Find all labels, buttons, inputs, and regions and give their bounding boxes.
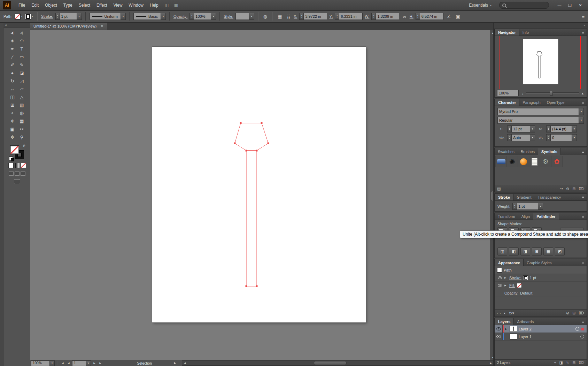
opacity-panel-link[interactable]: Opacity:	[173, 14, 187, 18]
weight-dropdown-icon[interactable]	[538, 203, 543, 210]
stroke-weight-field[interactable]: 1 pt	[55, 13, 82, 20]
document-tab[interactable]: Untitled-1* @ 100% (CMYK/Preview) ✕	[30, 22, 107, 30]
add-new-stroke-icon[interactable]: ▭	[497, 311, 501, 315]
expand-layer-2-icon[interactable]	[504, 328, 508, 330]
horizontal-scrollbar[interactable]	[182, 360, 494, 366]
zoom-tool[interactable]: ⚲	[17, 133, 26, 141]
draw-inside-button[interactable]	[21, 171, 25, 176]
paintbrush-tool[interactable]: ✐	[8, 61, 17, 69]
w-value[interactable]: 1.3209 in	[376, 13, 399, 20]
layer-2-visibility-toggle[interactable]	[495, 325, 503, 333]
layer-1-target-icon[interactable]	[580, 335, 584, 338]
menu-select[interactable]: Select	[76, 1, 93, 9]
graphic-style-select[interactable]	[235, 13, 254, 20]
clear-appearance-icon[interactable]: ⊘	[566, 311, 569, 315]
opacity-stepper[interactable]	[189, 13, 194, 20]
zoom-slider-track[interactable]	[526, 92, 579, 94]
rotate-tool[interactable]: ↻	[8, 77, 17, 85]
layers-panel-menu-icon[interactable]	[580, 318, 587, 325]
font-style-select[interactable]: Regular	[497, 117, 584, 124]
gradient-button[interactable]	[15, 163, 20, 168]
font-family-select[interactable]: Myriad Pro	[497, 108, 584, 115]
minus-back-button[interactable]: ◩	[555, 247, 565, 256]
zoom-level-select[interactable]: 100%	[31, 360, 55, 366]
default-fill-stroke-icon[interactable]	[9, 157, 13, 160]
leading-field[interactable]: (14.4 pt)	[546, 125, 577, 132]
toolbar-collapse-button[interactable]: «	[3, 22, 31, 28]
tab-character[interactable]: Character	[495, 99, 519, 106]
last-artboard-button[interactable]	[98, 362, 103, 365]
tab-graphic-styles[interactable]: Graphic Styles	[524, 259, 555, 266]
menu-type[interactable]: Type	[60, 1, 76, 9]
selection-tool[interactable]: ➤	[8, 29, 17, 37]
layer-2-name[interactable]: Layer 2	[519, 327, 532, 331]
arrange-documents-icon[interactable]: ▥	[174, 3, 178, 8]
weight-stepper[interactable]	[512, 203, 517, 210]
tab-appearance[interactable]: Appearance	[495, 259, 524, 266]
navigator-zoom-slider[interactable]	[522, 91, 584, 95]
tab-brushes[interactable]: Brushes	[518, 148, 538, 155]
stroke-panel-menu-icon[interactable]	[580, 194, 587, 200]
blend-tool[interactable]: ◍	[17, 109, 26, 117]
brush-dropdown-icon[interactable]	[161, 13, 165, 20]
navigator-preview[interactable]	[495, 36, 587, 89]
add-new-effect-icon[interactable]: fx▾	[509, 311, 514, 315]
draw-normal-button[interactable]	[9, 171, 14, 176]
swap-fill-stroke-icon[interactable]: ⇄	[22, 144, 26, 148]
next-artboard-button[interactable]	[92, 362, 97, 365]
h-value[interactable]: 6.5274 in	[420, 13, 443, 20]
pen-tool[interactable]: ✒	[8, 45, 17, 53]
kerning-field[interactable]: Auto	[507, 134, 535, 141]
blob-brush-tool[interactable]: ●	[8, 69, 17, 77]
shape-builder-tool[interactable]: ◫	[8, 93, 17, 101]
horizontal-scroll-track[interactable]	[187, 361, 488, 365]
flower-symbol[interactable]: ✿	[551, 156, 563, 167]
reference-point-icon[interactable]: ⣿	[287, 14, 290, 19]
stroke-weight-value[interactable]: 1 pt	[60, 13, 77, 20]
brush-definition-select[interactable]: Basic	[133, 13, 166, 20]
x-stepper[interactable]	[299, 13, 304, 20]
make-clipping-mask-icon[interactable]: ◨	[559, 360, 563, 365]
zoom-level-value[interactable]: 100%	[31, 360, 50, 366]
magic-wand-tool[interactable]: ✶	[8, 37, 17, 45]
constrain-proportions-icon[interactable]: ∞	[403, 14, 406, 19]
zoom-in-icon[interactable]	[581, 91, 584, 95]
crop-button[interactable]: ⊞	[532, 247, 542, 256]
divide-button[interactable]: ◫	[497, 247, 507, 256]
tab-paragraph[interactable]: Paragraph	[519, 99, 543, 106]
appearance-opacity-row[interactable]: Opacity: Default	[495, 289, 587, 297]
stroke-color-icon[interactable]	[523, 275, 528, 280]
font-size-value[interactable]: 12 pt	[512, 125, 530, 132]
tab-symbols[interactable]: Symbols	[538, 148, 561, 155]
lasso-tool[interactable]: ◠	[17, 37, 26, 45]
artboard-number-select[interactable]: 1	[72, 360, 91, 366]
kerning-stepper[interactable]	[507, 134, 512, 141]
align-options-icon[interactable]: ▦	[278, 14, 282, 19]
gradient-tool[interactable]: ▧	[17, 101, 26, 109]
orange-sphere-symbol[interactable]	[518, 156, 529, 167]
font-family-value[interactable]: Myriad Pro	[497, 108, 579, 115]
perspective-grid-tool[interactable]: △	[17, 93, 26, 101]
w-stepper[interactable]	[371, 13, 376, 20]
duplicate-item-icon[interactable]: ⊞	[572, 311, 575, 315]
isolate-object-icon[interactable]: ▣	[456, 14, 460, 19]
layer-1-name[interactable]: Layer 1	[519, 335, 532, 339]
workspace-switcher[interactable]: Essentials	[467, 2, 494, 9]
width-profile-dropdown-icon[interactable]	[121, 13, 125, 20]
place-symbol-icon[interactable]: ↪	[560, 186, 563, 191]
shear-icon[interactable]: ∠	[447, 14, 451, 19]
delete-symbol-icon[interactable]: ⌦	[579, 186, 584, 191]
tab-swatches[interactable]: Swatches	[495, 148, 518, 155]
weight-field[interactable]: 1 pt	[512, 203, 543, 210]
font-style-value[interactable]: Regular	[497, 117, 579, 124]
h-stepper[interactable]	[416, 13, 420, 20]
weight-value[interactable]: 1 pt	[517, 203, 538, 210]
stroke-weight-dropdown-icon[interactable]	[77, 13, 82, 20]
minimize-button[interactable]: —	[555, 2, 564, 9]
slice-tool[interactable]: ✂	[17, 125, 26, 133]
appearance-opacity-link[interactable]: Opacity:	[504, 291, 518, 295]
collapse-panels-icon[interactable]	[584, 24, 585, 27]
color-button[interactable]	[8, 163, 14, 168]
menu-effect[interactable]: Effect	[93, 1, 110, 9]
search-box[interactable]	[499, 2, 549, 9]
